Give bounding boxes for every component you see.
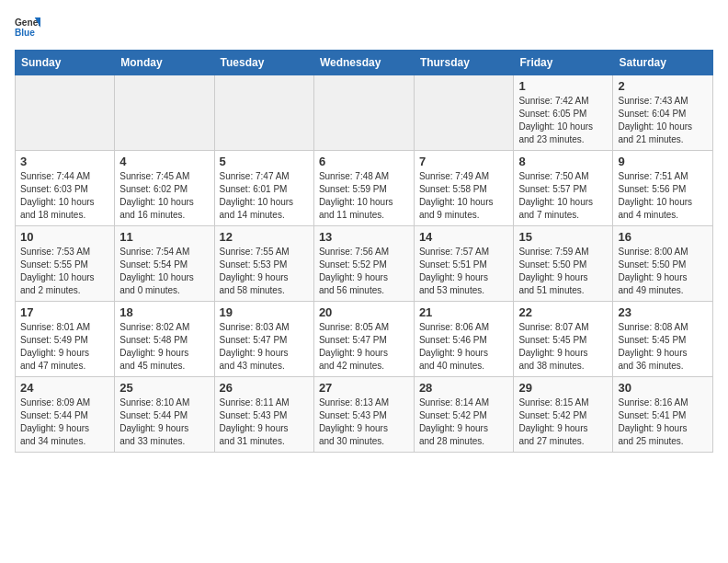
day-number: 2 [618,79,708,93]
day-info: Sunrise: 8:08 AM Sunset: 5:45 PM Dayligh… [618,321,708,373]
calendar-cell: 13Sunrise: 7:56 AM Sunset: 5:52 PM Dayli… [313,226,414,302]
calendar-cell [115,75,214,151]
calendar-cell: 8Sunrise: 7:50 AM Sunset: 5:57 PM Daylig… [514,151,613,226]
header: General Blue [15,15,713,40]
day-number: 28 [419,381,509,395]
calendar-cell: 10Sunrise: 7:53 AM Sunset: 5:55 PM Dayli… [16,226,115,302]
calendar-cell: 27Sunrise: 8:13 AM Sunset: 5:43 PM Dayli… [313,377,414,453]
calendar-cell [414,75,514,151]
day-number: 30 [618,381,708,395]
day-number: 29 [518,381,608,395]
day-number: 16 [618,230,708,244]
day-number: 13 [319,230,409,244]
calendar-cell: 17Sunrise: 8:01 AM Sunset: 5:49 PM Dayli… [16,302,115,377]
logo: General Blue [15,15,40,40]
day-info: Sunrise: 8:10 AM Sunset: 5:44 PM Dayligh… [119,396,209,448]
weekday-header: Saturday [613,51,713,75]
day-number: 6 [319,155,409,168]
day-info: Sunrise: 8:01 AM Sunset: 5:49 PM Dayligh… [20,321,109,373]
calendar-cell: 21Sunrise: 8:06 AM Sunset: 5:46 PM Dayli… [414,302,514,377]
calendar-cell: 23Sunrise: 8:08 AM Sunset: 5:45 PM Dayli… [613,302,713,377]
day-info: Sunrise: 7:48 AM Sunset: 5:59 PM Dayligh… [319,170,409,222]
day-info: Sunrise: 7:44 AM Sunset: 6:03 PM Dayligh… [20,170,109,222]
day-info: Sunrise: 7:59 AM Sunset: 5:50 PM Dayligh… [518,246,608,297]
calendar-cell: 20Sunrise: 8:05 AM Sunset: 5:47 PM Dayli… [313,302,414,377]
calendar-cell: 11Sunrise: 7:54 AM Sunset: 5:54 PM Dayli… [115,226,214,302]
day-info: Sunrise: 7:53 AM Sunset: 5:55 PM Dayligh… [20,246,109,297]
day-number: 24 [20,381,109,395]
calendar-table: SundayMondayTuesdayWednesdayThursdayFrid… [15,50,713,453]
day-info: Sunrise: 8:05 AM Sunset: 5:47 PM Dayligh… [319,321,409,373]
day-info: Sunrise: 7:57 AM Sunset: 5:51 PM Dayligh… [419,246,509,297]
calendar-cell: 5Sunrise: 7:47 AM Sunset: 6:01 PM Daylig… [214,151,313,226]
day-info: Sunrise: 8:00 AM Sunset: 5:50 PM Dayligh… [618,246,708,297]
day-number: 1 [518,79,608,93]
calendar-cell: 19Sunrise: 8:03 AM Sunset: 5:47 PM Dayli… [214,302,313,377]
calendar-cell: 1Sunrise: 7:42 AM Sunset: 6:05 PM Daylig… [514,75,613,151]
calendar-cell: 14Sunrise: 7:57 AM Sunset: 5:51 PM Dayli… [414,226,514,302]
calendar-cell: 16Sunrise: 8:00 AM Sunset: 5:50 PM Dayli… [613,226,713,302]
day-info: Sunrise: 8:06 AM Sunset: 5:46 PM Dayligh… [419,321,509,373]
day-info: Sunrise: 7:55 AM Sunset: 5:53 PM Dayligh… [220,246,309,297]
day-number: 11 [119,230,209,244]
day-info: Sunrise: 7:47 AM Sunset: 6:01 PM Dayligh… [220,170,309,222]
day-number: 9 [618,155,708,168]
weekday-header: Wednesday [313,51,414,75]
weekday-header: Tuesday [214,51,313,75]
logo-icon: General Blue [15,15,40,40]
calendar-cell [214,75,313,151]
calendar-cell: 25Sunrise: 8:10 AM Sunset: 5:44 PM Dayli… [115,377,214,453]
day-number: 20 [319,305,409,319]
day-info: Sunrise: 7:49 AM Sunset: 5:58 PM Dayligh… [419,170,509,222]
calendar-cell: 30Sunrise: 8:16 AM Sunset: 5:41 PM Dayli… [613,377,713,453]
day-number: 18 [119,305,209,319]
day-number: 3 [20,155,109,168]
day-number: 8 [518,155,608,168]
day-info: Sunrise: 8:14 AM Sunset: 5:42 PM Dayligh… [419,396,509,448]
calendar-cell [313,75,414,151]
day-info: Sunrise: 7:51 AM Sunset: 5:56 PM Dayligh… [618,170,708,222]
calendar-cell: 22Sunrise: 8:07 AM Sunset: 5:45 PM Dayli… [514,302,613,377]
day-info: Sunrise: 7:56 AM Sunset: 5:52 PM Dayligh… [319,246,409,297]
day-info: Sunrise: 8:07 AM Sunset: 5:45 PM Dayligh… [518,321,608,373]
calendar-cell: 9Sunrise: 7:51 AM Sunset: 5:56 PM Daylig… [613,151,713,226]
day-number: 4 [119,155,209,168]
day-number: 25 [119,381,209,395]
calendar-cell: 12Sunrise: 7:55 AM Sunset: 5:53 PM Dayli… [214,226,313,302]
day-info: Sunrise: 8:16 AM Sunset: 5:41 PM Dayligh… [618,396,708,448]
day-info: Sunrise: 7:42 AM Sunset: 6:05 PM Dayligh… [518,95,608,146]
day-number: 7 [419,155,509,168]
svg-text:Blue: Blue [15,28,35,38]
day-number: 10 [20,230,109,244]
day-info: Sunrise: 8:03 AM Sunset: 5:47 PM Dayligh… [220,321,309,373]
day-number: 26 [220,381,309,395]
calendar-cell: 6Sunrise: 7:48 AM Sunset: 5:59 PM Daylig… [313,151,414,226]
weekday-header: Friday [514,51,613,75]
weekday-header: Thursday [414,51,514,75]
calendar-cell: 24Sunrise: 8:09 AM Sunset: 5:44 PM Dayli… [16,377,115,453]
day-number: 14 [419,230,509,244]
day-number: 23 [618,305,708,319]
calendar-cell: 4Sunrise: 7:45 AM Sunset: 6:02 PM Daylig… [115,151,214,226]
calendar-cell: 7Sunrise: 7:49 AM Sunset: 5:58 PM Daylig… [414,151,514,226]
calendar-cell: 3Sunrise: 7:44 AM Sunset: 6:03 PM Daylig… [16,151,115,226]
day-number: 19 [220,305,309,319]
day-number: 12 [220,230,309,244]
day-info: Sunrise: 8:02 AM Sunset: 5:48 PM Dayligh… [119,321,209,373]
day-info: Sunrise: 7:54 AM Sunset: 5:54 PM Dayligh… [119,246,209,297]
calendar-cell [16,75,115,151]
calendar-cell: 29Sunrise: 8:15 AM Sunset: 5:42 PM Dayli… [514,377,613,453]
day-info: Sunrise: 7:45 AM Sunset: 6:02 PM Dayligh… [119,170,209,222]
day-info: Sunrise: 8:11 AM Sunset: 5:43 PM Dayligh… [220,396,309,448]
day-number: 5 [220,155,309,168]
day-info: Sunrise: 8:09 AM Sunset: 5:44 PM Dayligh… [20,396,109,448]
calendar-cell: 15Sunrise: 7:59 AM Sunset: 5:50 PM Dayli… [514,226,613,302]
weekday-header: Monday [115,51,214,75]
day-info: Sunrise: 7:50 AM Sunset: 5:57 PM Dayligh… [518,170,608,222]
day-info: Sunrise: 8:15 AM Sunset: 5:42 PM Dayligh… [518,396,608,448]
day-number: 21 [419,305,509,319]
day-info: Sunrise: 8:13 AM Sunset: 5:43 PM Dayligh… [319,396,409,448]
calendar-cell: 18Sunrise: 8:02 AM Sunset: 5:48 PM Dayli… [115,302,214,377]
day-info: Sunrise: 7:43 AM Sunset: 6:04 PM Dayligh… [618,95,708,146]
day-number: 22 [518,305,608,319]
